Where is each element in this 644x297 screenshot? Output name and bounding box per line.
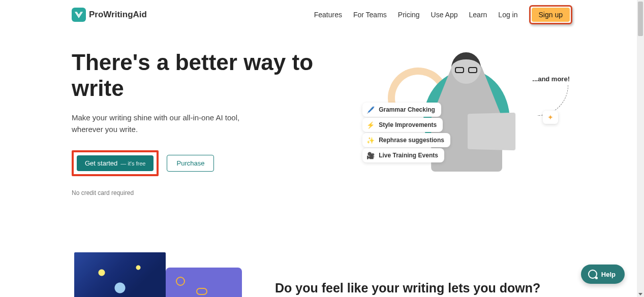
hero-left: There's a better way to write Make your … xyxy=(72,50,332,196)
signup-highlight: Sign up xyxy=(529,5,572,24)
nav-pricing[interactable]: Pricing xyxy=(398,11,420,19)
feature-pill-training: 🎥 Live Training Events xyxy=(362,148,444,162)
hero-section: There's a better way to write Make your … xyxy=(72,50,572,196)
chat-icon xyxy=(588,270,597,279)
top-nav: ProWritingAid Features For Teams Pricing… xyxy=(72,0,572,24)
get-started-button[interactable]: Get started — it's free xyxy=(77,155,154,171)
feature-label: Rephrase suggestions xyxy=(379,137,444,144)
nav-learn[interactable]: Learn xyxy=(469,11,487,19)
bolt-icon: ⚡ xyxy=(366,121,375,129)
video-icon: 🎥 xyxy=(366,151,375,159)
feature-label: Grammar Checking xyxy=(379,106,435,113)
nav-features[interactable]: Features xyxy=(314,11,342,19)
starry-night-art xyxy=(74,252,166,297)
feature-pill-rephrase: ✨ Rephrase suggestions xyxy=(362,133,450,147)
section-two: Do you feel like your writing lets you d… xyxy=(72,252,572,297)
feature-pill-style: ⚡ Style Improvements xyxy=(362,118,443,132)
feature-label: Live Training Events xyxy=(379,152,438,159)
scrollbar[interactable] xyxy=(637,0,644,297)
brand[interactable]: ProWritingAid xyxy=(72,8,147,22)
get-started-highlight: Get started — it's free xyxy=(72,150,159,176)
brand-name: ProWritingAid xyxy=(89,10,147,20)
pen-icon: 🖊️ xyxy=(366,106,375,114)
purchase-button[interactable]: Purchase xyxy=(167,155,214,172)
scrollbar-thumb[interactable] xyxy=(638,2,643,36)
nav-for-teams[interactable]: For Teams xyxy=(353,11,387,19)
brand-logo-icon xyxy=(72,8,86,22)
hero-illustration: ...and more! ✦ 🖊️ Grammar Checking ⚡ Sty… xyxy=(342,50,572,187)
wand-icon: ✨ xyxy=(366,136,375,144)
help-label: Help xyxy=(601,271,616,278)
hero-headline: There's a better way to write xyxy=(72,50,332,101)
hero-subhead: Make your writing shine with our all-in-… xyxy=(72,112,244,135)
nav-log-in[interactable]: Log in xyxy=(498,11,517,19)
get-started-label: Get started xyxy=(85,159,117,167)
get-started-sublabel: — it's free xyxy=(120,160,145,167)
main-nav: Features For Teams Pricing Use App Learn… xyxy=(314,5,572,24)
scroll-down-icon[interactable] xyxy=(638,293,642,295)
feature-pill-grammar: 🖊️ Grammar Checking xyxy=(362,103,441,117)
cta-disclaimer: No credit card required xyxy=(72,189,332,196)
help-button[interactable]: Help xyxy=(581,265,625,284)
purple-card-decor xyxy=(166,268,242,297)
signup-button[interactable]: Sign up xyxy=(532,8,570,22)
cta-row: Get started — it's free Purchase xyxy=(72,150,332,176)
feature-label: Style Improvements xyxy=(379,121,437,128)
nav-use-app[interactable]: Use App xyxy=(431,11,458,19)
sparkle-icon: ✦ xyxy=(543,111,558,124)
art-illustration xyxy=(72,252,244,297)
section-two-heading: Do you feel like your writing lets you d… xyxy=(275,281,540,295)
and-more-label: ...and more! xyxy=(532,75,570,83)
